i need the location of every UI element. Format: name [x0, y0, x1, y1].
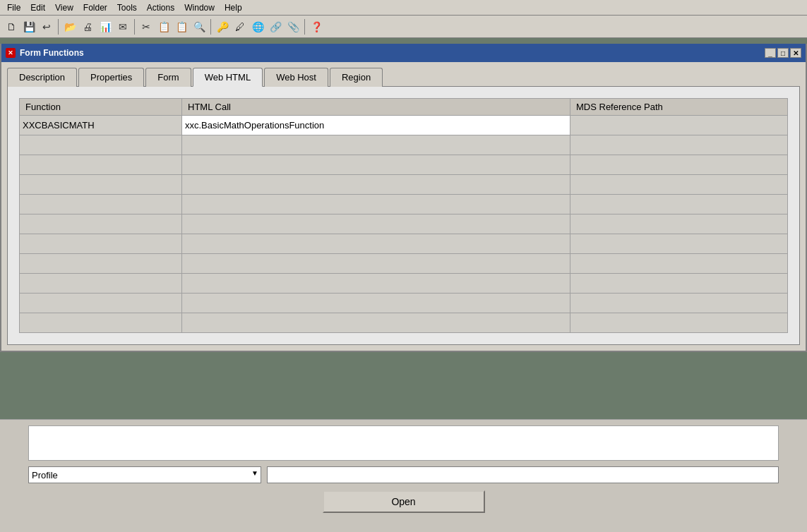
window-icon: ✕	[6, 48, 16, 58]
cell-mds	[570, 254, 788, 274]
toolbar-attach[interactable]: 📎	[285, 18, 301, 35]
toolbar-search[interactable]: 🔍	[191, 18, 208, 35]
window-restore[interactable]: □	[777, 48, 789, 58]
open-button[interactable]: Open	[323, 490, 485, 513]
menu-folder[interactable]: Folder	[79, 1, 112, 14]
cell-htmlcall	[182, 135, 570, 155]
cell-htmlcall	[182, 155, 570, 175]
menu-help[interactable]: Help	[220, 1, 246, 14]
tabs: Description Properties Form Web HTML Web…	[7, 68, 800, 87]
menu-edit[interactable]: Edit	[26, 1, 49, 14]
cell-mds	[570, 274, 788, 294]
tab-region[interactable]: Region	[330, 68, 383, 87]
titlebar-controls: _ □ ✕	[765, 48, 801, 58]
main-area: ✕ Form Functions _ □ ✕ Description Prope…	[0, 38, 807, 532]
toolbar-sep2	[134, 19, 135, 35]
menu-tools[interactable]: Tools	[113, 1, 141, 14]
cell-function: XXCBASICMATH	[20, 116, 182, 135]
cell-mds	[570, 313, 788, 333]
table-row[interactable]	[20, 294, 788, 313]
cell-htmlcall	[182, 175, 570, 195]
toolbar-link[interactable]: 🔗	[267, 18, 284, 35]
toolbar-globe[interactable]: 🌐	[249, 18, 266, 35]
menu-file[interactable]: File	[3, 1, 25, 14]
col-header-function: Function	[20, 99, 182, 116]
tab-properties[interactable]: Properties	[78, 68, 144, 87]
menu-view[interactable]: View	[51, 1, 78, 14]
table-row[interactable]	[20, 155, 788, 175]
grid-container: Function HTML Call MDS Reference Path XX…	[19, 98, 788, 333]
htmlcall-input[interactable]	[182, 116, 570, 135]
cell-htmlcall	[182, 294, 570, 313]
toolbar-sep1	[58, 19, 59, 35]
bottom-panel: Profile Open	[0, 419, 807, 532]
tab-webhtml[interactable]: Web HTML	[193, 68, 263, 87]
profile-select-wrapper: Profile	[28, 466, 261, 483]
titlebar-left: ✕ Form Functions	[6, 48, 84, 58]
table-row[interactable]	[20, 214, 788, 234]
tab-form[interactable]: Form	[145, 68, 191, 87]
cell-htmlcall	[182, 234, 570, 254]
table-row[interactable]	[20, 135, 788, 155]
toolbar-new[interactable]: 🗋	[3, 18, 20, 35]
table-row[interactable]	[20, 234, 788, 254]
toolbar-copy[interactable]: 📋	[155, 18, 172, 35]
cell-htmlcall	[182, 274, 570, 294]
table-row[interactable]	[20, 175, 788, 195]
toolbar-paste[interactable]: 📋	[173, 18, 190, 35]
toolbar-cut[interactable]: ✂	[138, 18, 155, 35]
cell-function	[20, 294, 182, 313]
toolbar-mail[interactable]: ✉	[114, 18, 131, 35]
cell-mds	[570, 234, 788, 254]
profile-input[interactable]	[267, 466, 779, 483]
cell-mds	[570, 155, 788, 175]
window-titlebar: ✕ Form Functions _ □ ✕	[1, 44, 806, 62]
profile-row: Profile	[28, 466, 779, 483]
cell-htmlcall	[182, 254, 570, 274]
cell-mds	[570, 116, 788, 135]
toolbar-chart[interactable]: 📊	[97, 18, 114, 35]
cell-function	[20, 135, 182, 155]
cell-mds	[570, 135, 788, 155]
toolbar-undo[interactable]: ↩	[38, 18, 55, 35]
grid-scroll[interactable]: Function HTML Call MDS Reference Path XX…	[19, 98, 788, 333]
table-row[interactable]: XXCBASICMATH	[20, 116, 788, 135]
cell-function	[20, 155, 182, 175]
toolbar-print[interactable]: 🖨	[79, 18, 96, 35]
menu-actions[interactable]: Actions	[143, 1, 179, 14]
menubar: File Edit View Folder Tools Actions Wind…	[0, 0, 807, 16]
cell-mds	[570, 175, 788, 195]
cell-htmlcall[interactable]	[182, 116, 570, 135]
cell-htmlcall	[182, 195, 570, 214]
table-row[interactable]	[20, 254, 788, 274]
cell-function	[20, 313, 182, 333]
cell-function	[20, 254, 182, 274]
cell-function	[20, 175, 182, 195]
cell-function	[20, 234, 182, 254]
open-btn-container: Open	[28, 490, 779, 513]
cell-function	[20, 214, 182, 234]
table-row[interactable]	[20, 195, 788, 214]
window-close[interactable]: ✕	[790, 48, 801, 58]
form-window: ✕ Form Functions _ □ ✕ Description Prope…	[0, 44, 807, 352]
window-title: Form Functions	[20, 48, 84, 58]
toolbar-sep3	[210, 19, 211, 35]
toolbar-help[interactable]: ❓	[308, 18, 325, 35]
menu-window[interactable]: Window	[180, 1, 219, 14]
tab-webhost[interactable]: Web Host	[264, 68, 328, 87]
col-header-mds: MDS Reference Path	[570, 99, 788, 116]
toolbar-key[interactable]: 🔑	[214, 18, 231, 35]
cell-mds	[570, 294, 788, 313]
cell-function	[20, 274, 182, 294]
cell-htmlcall	[182, 214, 570, 234]
table-row[interactable]	[20, 313, 788, 333]
bottom-inner: Profile Open	[28, 425, 779, 513]
table-row[interactable]	[20, 274, 788, 294]
toolbar-open[interactable]: 📂	[61, 18, 78, 35]
tab-description[interactable]: Description	[7, 68, 77, 87]
profile-select[interactable]: Profile	[28, 466, 261, 483]
toolbar-edit-tool[interactable]: 🖊	[232, 18, 249, 35]
col-header-htmlcall: HTML Call	[182, 99, 570, 116]
window-minimize[interactable]: _	[765, 48, 776, 58]
toolbar-save[interactable]: 💾	[20, 18, 37, 35]
